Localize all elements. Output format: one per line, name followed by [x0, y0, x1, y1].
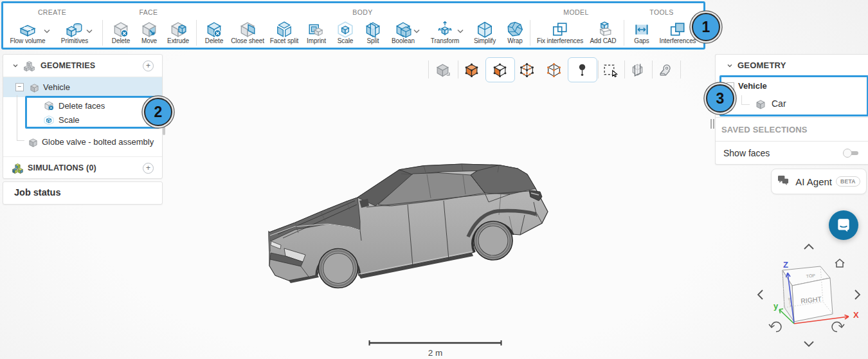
- svg-text:2 m: 2 m: [428, 348, 443, 358]
- svg-text:X: X: [853, 310, 859, 320]
- svg-text:y: y: [773, 301, 779, 311]
- svg-text:Z: Z: [783, 260, 788, 270]
